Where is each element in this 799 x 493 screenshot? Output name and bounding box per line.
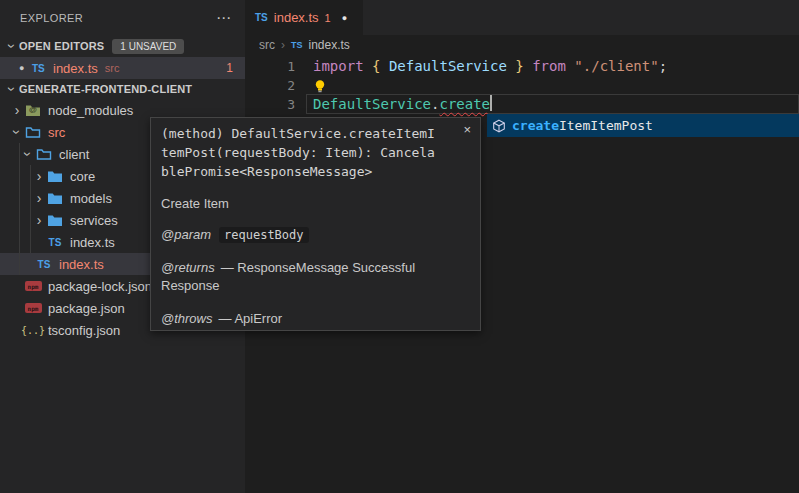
typescript-icon: TS	[35, 259, 53, 270]
indent-guide	[30, 165, 31, 253]
npm-icon: npm	[24, 303, 42, 313]
json-icon: {..}	[24, 325, 42, 336]
close-icon[interactable]: ×	[463, 122, 471, 137]
typescript-icon: TS	[291, 40, 303, 50]
line-number: 2	[265, 76, 295, 95]
unsaved-badge: 1 UNSAVED	[112, 39, 184, 54]
open-editor-filename: index.ts	[53, 61, 98, 76]
text-cursor	[490, 95, 492, 111]
indent-guide	[19, 143, 20, 275]
tree-item-label: src	[48, 125, 65, 140]
class-name: DefaultService	[313, 96, 431, 112]
doc-param-row: @paramrequestBody	[161, 226, 443, 244]
param-name-chip: requestBody	[219, 227, 308, 243]
tree-item-label: index.ts	[59, 257, 104, 272]
tab-error-count: 1	[325, 12, 331, 24]
brace-open: {	[372, 58, 389, 74]
tree-item-label: package-lock.json	[48, 279, 152, 294]
project-section-header[interactable]: › GENERATE-FRONTEND-CLIENT	[0, 79, 245, 99]
tree-item-label: services	[70, 213, 118, 228]
chevron-down-icon: ›	[10, 125, 24, 139]
explorer-header: EXPLORER ⋯	[0, 0, 245, 35]
keyword-from: from	[532, 58, 574, 74]
line-number: 1	[265, 57, 295, 76]
breadcrumb-folder[interactable]: src	[259, 38, 275, 52]
lightbulb-icon[interactable]	[313, 79, 327, 93]
imported-class-name: DefaultService	[389, 58, 507, 74]
tree-item-label: tsconfig.json	[48, 323, 120, 338]
suggest-label: createItemItemPost	[512, 118, 653, 133]
folder-open-icon	[24, 126, 42, 139]
explorer-title: EXPLORER	[20, 12, 216, 24]
member-being-typed: create	[439, 96, 490, 112]
tree-item-label: client	[59, 147, 89, 162]
signature-line: temPost(requestBody: Item): Cancela	[161, 143, 458, 162]
tree-item-label: node_modules	[48, 103, 133, 118]
open-editors-label: OPEN EDITORS	[19, 40, 104, 52]
tab-bar: TS index.ts 1 ●	[245, 0, 799, 35]
chevron-right-icon: ›	[32, 191, 46, 205]
doc-description: Create Item	[161, 196, 470, 211]
folder-icon	[46, 170, 64, 183]
signature-line: blePromise<ResponseMessage>	[161, 162, 458, 181]
modified-dot-icon[interactable]: ●	[342, 13, 347, 23]
open-editor-detail: src	[105, 62, 120, 74]
code-line-3: DefaultService.create	[313, 95, 492, 114]
typescript-icon: TS	[32, 63, 53, 74]
tree-item-label: index.ts	[70, 235, 115, 250]
npm-icon: npm	[24, 281, 42, 291]
throws-tag: @throws	[161, 311, 213, 326]
module-string: "./client"	[574, 58, 658, 74]
tree-item-label: core	[70, 169, 95, 184]
semicolon: ;	[659, 58, 667, 74]
keyword-import: import	[313, 58, 372, 74]
more-actions-icon[interactable]: ⋯	[216, 13, 231, 23]
folder-icon	[46, 214, 64, 227]
typescript-icon: TS	[255, 12, 268, 23]
open-editor-item-index-ts[interactable]: ● TS index.ts src 1	[0, 57, 245, 79]
typescript-icon: TS	[46, 237, 64, 248]
method-signature: (method) DefaultService.createItemI temP…	[161, 124, 470, 181]
tab-index-ts[interactable]: TS index.ts 1 ●	[245, 0, 363, 35]
chevron-down-icon: ›	[5, 39, 19, 53]
project-name: GENERATE-FRONTEND-CLIENT	[19, 83, 192, 95]
breadcrumb-file[interactable]: index.ts	[309, 38, 350, 52]
folder-icon	[46, 192, 64, 205]
error-count-badge: 1	[226, 61, 233, 75]
param-tag: @param	[161, 227, 211, 242]
suggest-item-createItemItemPost[interactable]: createItemItemPost	[487, 114, 799, 137]
chevron-right-icon: ›	[32, 213, 46, 227]
open-editors-header[interactable]: › OPEN EDITORS 1 UNSAVED	[0, 35, 245, 57]
chevron-down-icon: ›	[21, 147, 35, 161]
tab-filename: index.ts	[274, 10, 319, 25]
chevron-down-icon: ›	[5, 82, 19, 96]
tree-item-label: models	[70, 191, 112, 206]
vscode-window: EXPLORER ⋯ › OPEN EDITORS 1 UNSAVED ● TS…	[0, 0, 799, 493]
folder-open-icon	[35, 148, 53, 161]
code-line-1: import { DefaultService } from "./client…	[313, 57, 667, 76]
chevron-right-icon: ›	[281, 38, 285, 52]
modified-dot-icon: ●	[19, 63, 32, 73]
tree-item-label: package.json	[48, 301, 125, 316]
returns-tag: @returns	[161, 260, 215, 275]
suggest-docs-panel: × (method) DefaultService.createItemI te…	[150, 117, 481, 331]
chevron-right-icon: ›	[10, 103, 24, 117]
signature-line: (method) DefaultService.createItemI	[161, 124, 458, 143]
line-number: 3	[265, 95, 295, 114]
throws-text: — ApiError	[219, 311, 283, 326]
node-modules-folder-icon: @	[24, 104, 42, 117]
doc-returns-row: @returns— ResponseMessage Successful Res…	[161, 259, 443, 295]
chevron-right-icon: ›	[32, 169, 46, 183]
breadcrumb: src › TS index.ts	[245, 35, 799, 55]
method-icon	[492, 119, 506, 133]
doc-throws-row: @throws— ApiError	[161, 310, 443, 328]
brace-close: }	[507, 58, 532, 74]
